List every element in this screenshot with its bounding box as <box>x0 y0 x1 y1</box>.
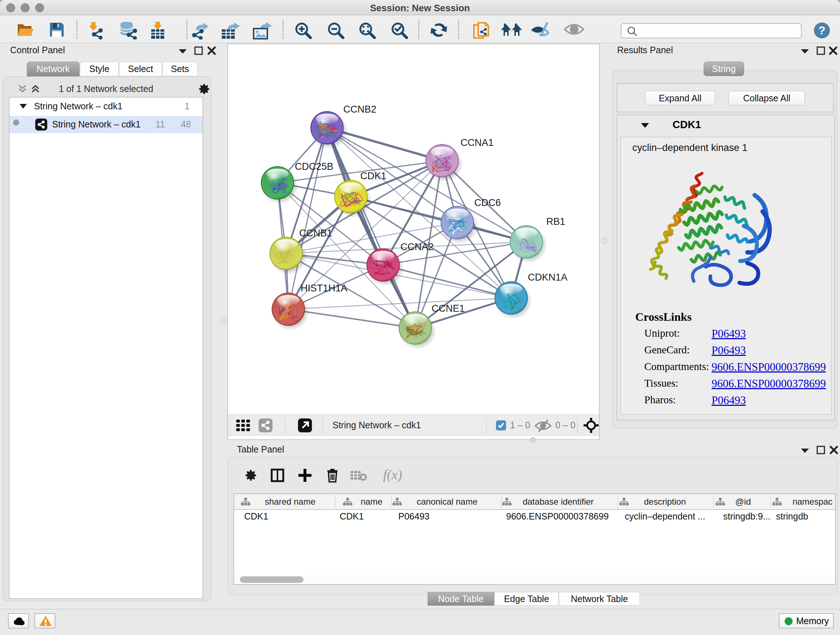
svg-text:CCNA2: CCNA2 <box>401 241 434 252</box>
svg-text:CCNB2: CCNB2 <box>343 104 377 115</box>
svg-text:CDKN1A: CDKN1A <box>528 272 568 283</box>
svg-text:CCNE1: CCNE1 <box>431 303 465 314</box>
svg-text:HIST1H1A: HIST1H1A <box>301 283 347 294</box>
svg-text:CDK1: CDK1 <box>360 171 386 181</box>
svg-text:CDC25B: CDC25B <box>295 161 333 172</box>
svg-text:CCNA1: CCNA1 <box>461 137 494 148</box>
svg-text:CCNB1: CCNB1 <box>299 228 332 239</box>
svg-text:RB1: RB1 <box>546 216 565 227</box>
svg-text:CDC6: CDC6 <box>474 197 501 208</box>
